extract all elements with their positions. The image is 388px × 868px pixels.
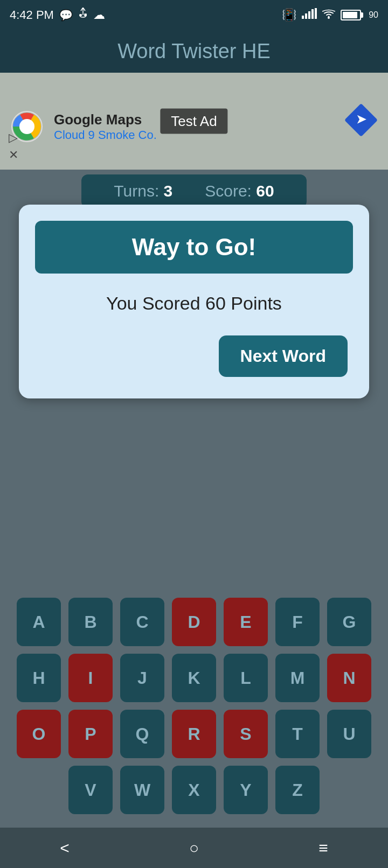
battery-level: 90 [369,10,378,20]
svg-text:➤: ➤ [356,113,366,126]
svg-point-0 [79,14,81,16]
nav-home-button[interactable]: ○ [189,839,199,857]
key-u[interactable]: U [327,710,371,758]
key-d[interactable]: D [172,598,216,646]
svg-point-9 [19,119,34,134]
key-b[interactable]: B [68,598,113,646]
nav-menu-button[interactable]: ≡ [318,839,328,857]
status-bar: 4:42 PM 💬 ☁ 📳 [0,0,388,30]
key-x[interactable]: X [172,766,216,814]
key-m[interactable]: M [275,654,320,702]
ad-text: Google Maps Cloud 9 Smoke Co. [54,111,157,142]
ad-content: Google Maps Cloud 9 Smoke Co. [11,110,157,143]
score-label: Score: [205,182,252,200]
key-n[interactable]: N [327,654,371,702]
key-r[interactable]: R [172,710,216,758]
key-row-3: VWXYZ [9,766,379,814]
key-v[interactable]: V [68,766,113,814]
ad-banner[interactable]: Test Ad Google Maps Cloud 9 Smoke Co. ➤ … [0,73,388,170]
key-p[interactable]: P [68,710,113,758]
status-time: 4:42 PM [10,8,54,22]
svg-rect-4 [308,11,310,19]
app-header: Word Twister HE [0,30,388,73]
next-word-button[interactable]: Next Word [219,335,348,377]
key-h[interactable]: H [17,654,61,702]
nav-back-button[interactable]: < [60,839,70,857]
key-j[interactable]: J [120,654,164,702]
key-row-2: OPQRSTU [9,710,379,758]
turns-value: 3 [164,182,173,200]
keyboard-area: ABCDEFGHIJKLMNOPQRSTUVWXYZ [0,587,388,825]
key-i[interactable]: I [68,654,113,702]
key-c[interactable]: C [120,598,164,646]
svg-rect-3 [305,13,307,19]
ad-controls: ▷ ✕ [9,131,18,162]
dialog-title-box: Way to Go! [35,221,353,274]
svg-point-1 [85,14,87,16]
whatsapp-icon: 💬 [59,9,73,22]
score-value: 60 [256,182,274,200]
wifi-icon [322,8,335,22]
ad-label: Test Ad [160,109,227,134]
status-right: 📳 90 [282,8,378,22]
key-row-0: ABCDEFG [9,598,379,646]
key-y[interactable]: Y [224,766,268,814]
score-box: Turns: 3 Score: 60 [81,174,306,208]
signal-icon [302,8,317,22]
score-display: Score: 60 [205,182,274,200]
dialog-score-text: You Scored 60 Points [35,293,353,314]
svg-rect-6 [315,8,317,19]
key-l[interactable]: L [224,654,268,702]
status-left: 4:42 PM 💬 ☁ [10,8,105,23]
key-o[interactable]: O [17,710,61,758]
key-row-1: HIJKLMN [9,654,379,702]
turns-label: Turns: [114,182,159,200]
key-g[interactable]: G [327,598,371,646]
key-s[interactable]: S [224,710,268,758]
key-q[interactable]: Q [120,710,164,758]
key-k[interactable]: K [172,654,216,702]
result-dialog: Way to Go! You Scored 60 Points Next Wor… [19,205,369,398]
ad-play-icon[interactable]: ▷ [9,131,18,145]
ad-arrow-button[interactable]: ➤ [345,104,377,138]
nav-bar: < ○ ≡ [0,828,388,868]
turns-display: Turns: 3 [114,182,172,200]
key-t[interactable]: T [275,710,320,758]
key-e[interactable]: E [224,598,268,646]
ad-company: Google Maps [54,111,157,128]
battery-icon [341,10,361,20]
key-a[interactable]: A [17,598,61,646]
vibrate-icon: 📳 [282,8,296,22]
svg-rect-5 [311,9,314,19]
app-title: Word Twister HE [117,40,271,63]
svg-rect-2 [302,16,304,19]
key-z[interactable]: Z [275,766,320,814]
svg-point-7 [328,17,330,19]
ad-close-icon[interactable]: ✕ [9,148,18,162]
usb-icon [78,8,88,23]
key-w[interactable]: W [120,766,164,814]
ad-subtitle: Cloud 9 Smoke Co. [54,128,157,142]
key-f[interactable]: F [275,598,320,646]
dialog-title: Way to Go! [132,234,257,260]
cloud-icon: ☁ [93,8,105,22]
